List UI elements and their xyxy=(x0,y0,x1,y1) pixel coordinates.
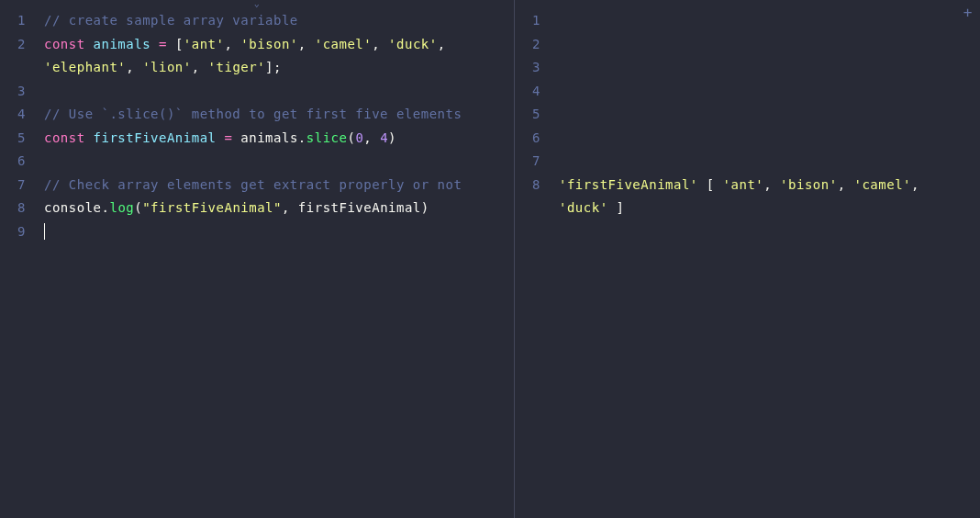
code-token: 'ant' xyxy=(184,37,225,51)
code-token: 'firstFiveAnimal' xyxy=(559,177,698,192)
code-token: ] xyxy=(608,200,625,215)
code-token: , xyxy=(838,177,854,192)
code-token: firstFiveAnimal xyxy=(94,130,217,145)
code-line[interactable] xyxy=(559,150,974,174)
code-token: animals xyxy=(94,37,151,51)
code-line[interactable] xyxy=(559,56,974,80)
code-token: [ xyxy=(698,177,723,192)
line-number: 1 xyxy=(515,9,553,33)
line-number-gutter-left: 123456789 xyxy=(0,0,39,518)
code-token: 'duck' xyxy=(388,37,438,51)
code-token: // Use `.slice()` method to get first fi… xyxy=(44,107,462,121)
code-token: 'lion' xyxy=(142,60,192,74)
code-token: log xyxy=(109,200,134,215)
code-line[interactable]: 'firstFiveAnimal' [ 'ant', 'bison', 'cam… xyxy=(559,174,974,197)
code-token: , xyxy=(438,37,446,51)
text-cursor xyxy=(44,223,45,240)
code-line[interactable]: // create sample array variable xyxy=(44,9,508,33)
editor-pane-right[interactable]: + 12345678 'firstFiveAnimal' [ 'ant', 'b… xyxy=(515,0,980,518)
line-number: 5 xyxy=(0,127,39,151)
line-number: 2 xyxy=(0,33,39,57)
line-number: 4 xyxy=(0,103,39,127)
code-token: , xyxy=(372,37,388,51)
line-number: 4 xyxy=(515,80,553,104)
line-number: 6 xyxy=(0,150,39,174)
code-token: ) xyxy=(388,130,396,145)
code-token: const xyxy=(44,130,94,145)
code-line[interactable] xyxy=(559,127,974,151)
line-number: 8 xyxy=(515,174,553,197)
code-line[interactable]: const firstFiveAnimal = animals.slice(0,… xyxy=(44,127,508,151)
code-token: , xyxy=(282,200,298,215)
code-token: ( xyxy=(134,200,142,215)
line-number: 9 xyxy=(0,220,39,244)
code-token: , xyxy=(126,60,142,74)
line-number: 2 xyxy=(515,33,553,57)
line-number: 8 xyxy=(0,197,39,220)
code-token: 0 xyxy=(355,130,363,145)
code-token: 'duck' xyxy=(559,200,608,215)
code-token: 'bison' xyxy=(780,177,838,192)
code-line[interactable]: // Use `.slice()` method to get first fi… xyxy=(44,103,508,127)
code-token: 'camel' xyxy=(315,37,373,51)
code-token: . xyxy=(298,130,306,145)
code-token: , xyxy=(363,130,380,145)
code-token: = xyxy=(159,37,167,51)
code-line[interactable] xyxy=(559,9,974,33)
code-line[interactable] xyxy=(559,33,974,57)
code-token: // Check array elements get extract prop… xyxy=(44,177,462,192)
code-token: ) xyxy=(421,200,429,215)
line-number xyxy=(515,197,553,220)
line-number: 6 xyxy=(515,127,553,151)
code-line[interactable] xyxy=(559,80,974,104)
code-area-right[interactable]: 'firstFiveAnimal' [ 'ant', 'bison', 'cam… xyxy=(559,0,974,220)
code-token: [ xyxy=(167,37,184,51)
code-token xyxy=(232,130,240,145)
line-number: 7 xyxy=(515,150,553,174)
code-area-left[interactable]: // create sample array variableconst ani… xyxy=(44,0,508,243)
code-line[interactable]: const animals = ['ant', 'bison', 'camel'… xyxy=(44,33,508,57)
code-token: , xyxy=(192,60,208,74)
line-number: 5 xyxy=(515,103,553,127)
code-token: firstFiveAnimal xyxy=(298,200,421,215)
line-number: 3 xyxy=(515,56,553,80)
code-line[interactable] xyxy=(44,80,508,104)
code-token: 'ant' xyxy=(723,177,764,192)
code-line[interactable]: // Check array elements get extract prop… xyxy=(44,174,508,197)
code-token: 'camel' xyxy=(853,177,911,192)
editor-pane-left[interactable]: ⌄ 123456789 // create sample array varia… xyxy=(0,0,515,518)
code-token: 4 xyxy=(380,130,388,145)
code-token: animals xyxy=(240,130,298,145)
line-number xyxy=(0,56,39,80)
code-token: // create sample array variable xyxy=(44,13,298,28)
code-line[interactable]: console.log("firstFiveAnimal", firstFive… xyxy=(44,197,508,220)
code-token: slice xyxy=(306,130,348,145)
code-token xyxy=(150,37,159,51)
code-token: ]; xyxy=(265,60,282,74)
line-number: 7 xyxy=(0,174,39,197)
code-line[interactable]: 'duck' ] xyxy=(559,197,974,220)
code-token: 'elephant' xyxy=(44,60,126,74)
code-token: const xyxy=(44,37,94,51)
code-token: "firstFiveAnimal" xyxy=(142,200,282,215)
code-token: , xyxy=(298,37,315,51)
code-line[interactable]: 'elephant', 'lion', 'tiger']; xyxy=(44,56,508,80)
code-token: console xyxy=(44,200,102,215)
line-number-gutter-right: 12345678 xyxy=(515,0,553,518)
code-line[interactable] xyxy=(44,150,508,174)
code-line[interactable] xyxy=(44,220,508,244)
code-token: , xyxy=(763,177,780,192)
code-token: , xyxy=(911,177,919,192)
line-number: 3 xyxy=(0,80,39,104)
line-number: 1 xyxy=(0,9,39,33)
code-token: 'tiger' xyxy=(208,60,266,74)
code-token: 'bison' xyxy=(240,37,298,51)
code-line[interactable] xyxy=(559,103,974,127)
code-token: , xyxy=(224,37,240,51)
